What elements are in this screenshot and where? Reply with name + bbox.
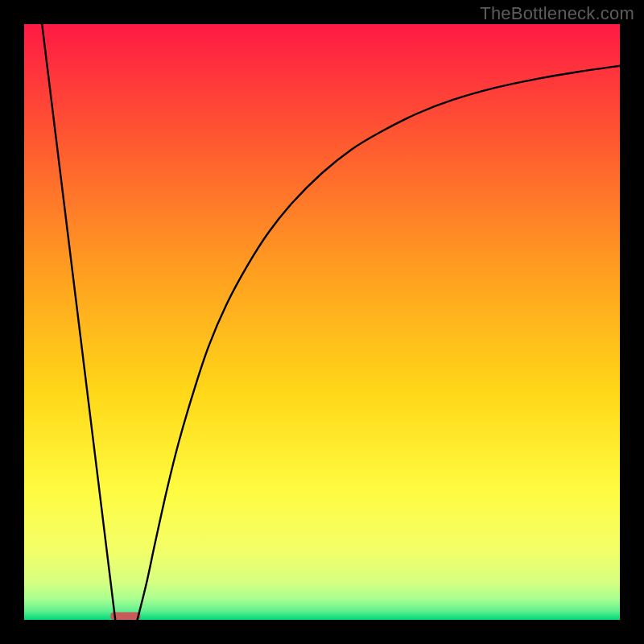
chart-frame: TheBottleneck.com [0,0,644,644]
gradient-background [24,24,620,620]
watermark-text: TheBottleneck.com [480,3,634,24]
chart-svg [24,24,620,620]
plot-area [24,24,620,620]
